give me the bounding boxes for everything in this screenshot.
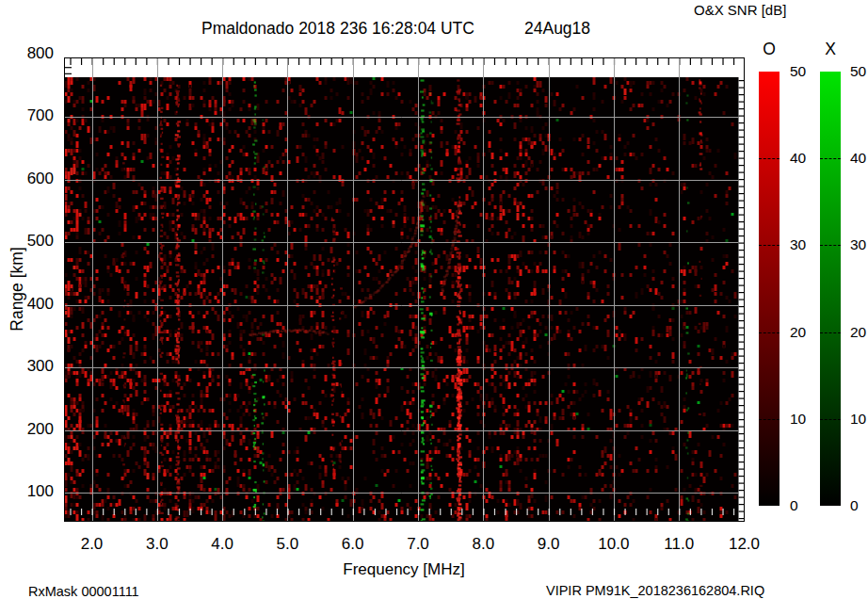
colorbar-x — [820, 72, 841, 506]
colorbar-tick-dash — [759, 245, 780, 246]
colorbar-tick-dash — [759, 158, 780, 159]
x-tick-label: 3.0 — [146, 535, 169, 554]
x-tick-label: 11.0 — [664, 535, 694, 554]
colorbar-o — [759, 72, 780, 506]
colorbar-tick-dash — [759, 332, 780, 333]
colorbar-title: O&X SNR [dB] — [694, 2, 786, 18]
plot-title: Pmaldonado 2018 236 16:28:04 UTC — [201, 19, 474, 39]
plot-date: 24Aug18 — [524, 19, 590, 39]
x-tick-label: 12.0 — [729, 535, 760, 554]
colorbar-tick-label: 10 — [850, 411, 866, 428]
y-tick-label: 100 — [12, 482, 54, 501]
colorbar-tick-dash — [820, 419, 841, 420]
y-tick-label: 300 — [12, 357, 54, 376]
y-tick-label: 800 — [12, 44, 54, 63]
y-tick-label: 600 — [12, 170, 54, 188]
colorbar-tick-dash — [759, 419, 780, 420]
x-tick-label: 6.0 — [342, 535, 364, 554]
colorbar-tick-label: 40 — [790, 150, 806, 167]
colorbar-tick-label: 10 — [790, 411, 806, 428]
x-tick-label: 2.0 — [81, 535, 104, 554]
x-tick-label: 5.0 — [277, 535, 299, 554]
y-tick-label: 200 — [12, 420, 54, 439]
colorbar-tick-label: 50 — [850, 63, 866, 80]
x-axis-title: Frequency [MHz] — [343, 560, 464, 579]
colorbar-tick-label: 40 — [850, 150, 866, 167]
x-tick-label: 4.0 — [211, 535, 233, 554]
colorbar-tick-dash — [820, 245, 841, 246]
colorbar-tick-label: 20 — [790, 324, 806, 341]
rx-mask-label: RxMask 00001111 — [28, 584, 139, 599]
y-tick-label: 700 — [12, 106, 54, 125]
colorbar-header-o: O — [759, 40, 780, 59]
file-name-label: VIPIR PM91K_2018236162804.RIQ — [546, 583, 764, 598]
colorbar-tick-label: 30 — [790, 236, 806, 253]
y-tick-label: 500 — [12, 232, 54, 251]
colorbar-tick-label: 0 — [790, 497, 798, 514]
ionogram-app: O&X SNR [dB] Pmaldonado 2018 236 16:28:0… — [0, 0, 868, 599]
x-tick-label: 8.0 — [472, 535, 494, 554]
y-tick-label: 400 — [12, 295, 54, 314]
colorbar-tick-label: 50 — [790, 63, 806, 80]
colorbar-tick-dash — [820, 332, 841, 333]
x-tick-label: 9.0 — [538, 535, 560, 554]
colorbar-tick-label: 30 — [850, 236, 866, 253]
colorbar-header-x: X — [820, 40, 841, 59]
colorbar-tick-label: 20 — [850, 324, 866, 341]
y-axis-title: Range [km] — [8, 247, 27, 331]
colorbar-tick-dash — [820, 158, 841, 159]
ionogram-plot-canvas — [64, 57, 745, 522]
x-tick-label: 10.0 — [598, 535, 629, 554]
x-tick-label: 7.0 — [407, 535, 429, 554]
colorbar-tick-label: 0 — [850, 497, 859, 514]
